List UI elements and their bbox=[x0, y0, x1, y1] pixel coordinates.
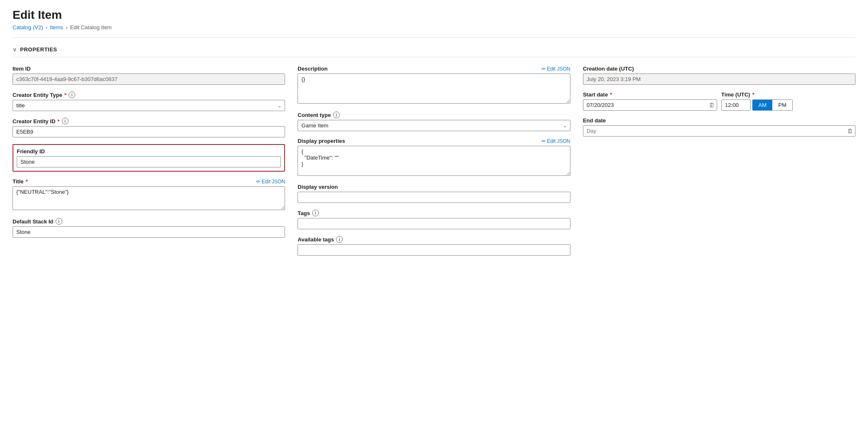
creator-entity-type-select[interactable]: title master_player_account namespace bbox=[13, 100, 285, 111]
tags-info-icon[interactable]: i bbox=[312, 210, 319, 216]
display-properties-label: Display properties ✏ Edit JSON bbox=[298, 138, 570, 144]
required-marker: * bbox=[64, 92, 66, 98]
default-stack-id-group: Default Stack Id i Stone bbox=[13, 218, 285, 238]
creation-date-input: July 20, 2023 3:19 PM bbox=[583, 74, 855, 85]
available-tags-label: Available tags i bbox=[298, 236, 570, 243]
pencil-icon: ✏ bbox=[256, 179, 260, 185]
creator-entity-type-group: Creator Entity Type * i title master_pla… bbox=[13, 91, 285, 111]
breadcrumb: Catalog (V2) › Items › Edit Catalog Item bbox=[13, 24, 855, 30]
creator-entity-id-input[interactable]: E5EB9 bbox=[13, 126, 285, 137]
description-textarea[interactable]: {} bbox=[298, 74, 570, 104]
creator-entity-type-select-wrapper: title master_player_account namespace ⌄ bbox=[13, 100, 285, 111]
col-3: Creation date (UTC) July 20, 2023 3:19 P… bbox=[583, 66, 855, 262]
available-tags-info-icon[interactable]: i bbox=[336, 236, 343, 243]
start-date-time-group: Start date * 07/20/2023 🗓 Time (UTC) * bbox=[583, 91, 855, 111]
title-textarea[interactable]: {"NEUTRAL":"Stone"} bbox=[13, 186, 285, 210]
start-date-label: Start date * bbox=[583, 91, 717, 98]
header-divider bbox=[13, 37, 855, 38]
display-version-input[interactable] bbox=[298, 192, 570, 203]
end-date-input[interactable] bbox=[583, 125, 855, 137]
page-title: Edit Item bbox=[13, 8, 855, 22]
start-date-input-wrapper: 07/20/2023 🗓 bbox=[583, 99, 717, 111]
end-date-label: End date bbox=[583, 117, 855, 124]
available-tags-input[interactable] bbox=[298, 244, 570, 256]
item-id-input: c363c70f-4419-4aa9-9c67-b307d6ac0837 bbox=[13, 74, 285, 85]
display-version-label: Display version bbox=[298, 184, 570, 190]
end-date-input-wrapper: 🗓 bbox=[583, 125, 855, 137]
pencil-icon-2: ✏ bbox=[542, 66, 546, 72]
creator-entity-id-label: Creator Entity ID * i bbox=[13, 118, 285, 124]
creator-entity-id-group: Creator Entity ID * i E5EB9 bbox=[13, 118, 285, 137]
properties-form: Item ID c363c70f-4419-4aa9-9c67-b307d6ac… bbox=[13, 66, 855, 262]
breadcrumb-catalog[interactable]: Catalog (V2) bbox=[13, 24, 43, 30]
end-date-group: End date 🗓 bbox=[583, 117, 855, 137]
creation-date-label: Creation date (UTC) bbox=[583, 66, 855, 72]
creator-entity-type-info-icon[interactable]: i bbox=[69, 91, 75, 98]
col-1: Item ID c363c70f-4419-4aa9-9c67-b307d6ac… bbox=[13, 66, 285, 262]
creator-entity-id-info-icon[interactable]: i bbox=[62, 118, 69, 124]
breadcrumb-sep-1: › bbox=[46, 24, 47, 30]
description-group: Description ✏ Edit JSON {} bbox=[298, 66, 570, 105]
properties-section-header: ∨ PROPERTIES bbox=[13, 46, 855, 57]
required-marker-3: * bbox=[26, 178, 28, 185]
title-label: Title * ✏ Edit JSON bbox=[13, 178, 285, 185]
default-stack-id-input[interactable]: Stone bbox=[13, 226, 285, 238]
breadcrumb-sep-2: › bbox=[66, 24, 67, 30]
content-type-select[interactable]: Game Item Bundle Currency UGC bbox=[298, 120, 570, 131]
item-id-group: Item ID c363c70f-4419-4aa9-9c67-b307d6ac… bbox=[13, 66, 285, 85]
pm-button[interactable]: PM bbox=[772, 100, 792, 110]
content-type-select-wrapper: Game Item Bundle Currency UGC ⌄ bbox=[298, 120, 570, 131]
display-properties-edit-json-link[interactable]: ✏ Edit JSON bbox=[542, 138, 570, 144]
description-edit-json-link[interactable]: ✏ Edit JSON bbox=[542, 66, 570, 72]
required-marker-tu: * bbox=[752, 91, 754, 98]
pencil-icon-3: ✏ bbox=[542, 138, 546, 144]
start-date-input[interactable]: 07/20/2023 bbox=[583, 99, 717, 111]
friendly-id-group: Friendly ID Stone bbox=[13, 144, 285, 172]
creation-date-group: Creation date (UTC) July 20, 2023 3:19 P… bbox=[583, 66, 855, 85]
time-utc-input[interactable]: 12:00 bbox=[721, 99, 751, 111]
breadcrumb-current: Edit Catalog Item bbox=[70, 24, 112, 30]
time-utc-field: Time (UTC) * 12:00 AM PM bbox=[721, 91, 855, 111]
breadcrumb-items[interactable]: Items bbox=[50, 24, 63, 30]
start-date-field: Start date * 07/20/2023 🗓 bbox=[583, 91, 717, 111]
required-marker-sd: * bbox=[610, 91, 612, 98]
description-label: Description ✏ Edit JSON bbox=[298, 66, 570, 72]
display-properties-textarea[interactable]: { "DateTime": "" } bbox=[298, 146, 570, 176]
available-tags-group: Available tags i bbox=[298, 236, 570, 256]
title-edit-json-link[interactable]: ✏ Edit JSON bbox=[256, 179, 285, 185]
content-type-label: Content type i bbox=[298, 112, 570, 118]
tags-label: Tags i bbox=[298, 210, 570, 216]
title-group: Title * ✏ Edit JSON {"NEUTRAL":"Stone"} bbox=[13, 178, 285, 211]
display-properties-group: Display properties ✏ Edit JSON { "DateTi… bbox=[298, 138, 570, 177]
tags-input[interactable] bbox=[298, 218, 570, 229]
col-2: Description ✏ Edit JSON {} Content type … bbox=[298, 66, 570, 262]
required-marker-2: * bbox=[58, 118, 60, 124]
friendly-id-input[interactable]: Stone bbox=[17, 156, 281, 167]
am-button[interactable]: AM bbox=[753, 100, 773, 110]
section-title: PROPERTIES bbox=[20, 46, 57, 53]
item-id-label: Item ID bbox=[13, 66, 285, 72]
display-version-group: Display version bbox=[298, 184, 570, 203]
content-type-group: Content type i Game Item Bundle Currency… bbox=[298, 112, 570, 131]
content-type-info-icon[interactable]: i bbox=[333, 112, 340, 118]
default-stack-id-info-icon[interactable]: i bbox=[56, 218, 62, 225]
tags-group: Tags i bbox=[298, 210, 570, 229]
friendly-id-label: Friendly ID bbox=[17, 148, 281, 155]
default-stack-id-label: Default Stack Id i bbox=[13, 218, 285, 225]
collapse-icon[interactable]: ∨ bbox=[13, 46, 17, 53]
creator-entity-type-label: Creator Entity Type * i bbox=[13, 91, 285, 98]
am-pm-group: AM PM bbox=[752, 99, 793, 111]
time-utc-label: Time (UTC) * bbox=[721, 91, 855, 98]
